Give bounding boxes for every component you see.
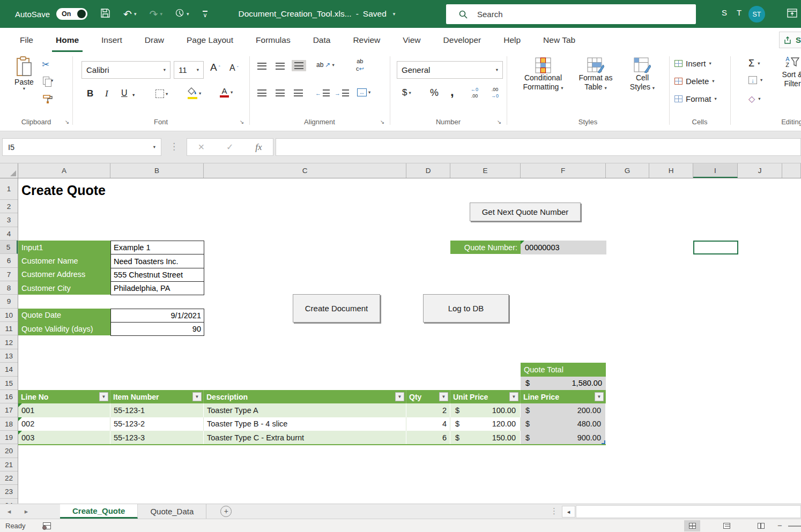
- cell-description[interactable]: Toaster Type C - Extra burnt: [204, 431, 406, 444]
- sheet-title-cell[interactable]: Create Quote: [21, 183, 106, 198]
- sheet-tab-quote-data[interactable]: Quote_Data: [138, 504, 206, 519]
- orientation-button[interactable]: ab↗ ▾: [316, 61, 335, 69]
- quote-number-value-cell[interactable]: 00000003: [521, 241, 606, 254]
- font-dialog-launcher[interactable]: ↘: [238, 118, 246, 126]
- tab-help[interactable]: Help: [492, 28, 532, 52]
- row-header-16[interactable]: 16: [0, 390, 18, 403]
- decrease-decimal-button[interactable]: .00 →0: [491, 87, 499, 99]
- worksheet-grid[interactable]: ABCDEFGHIJ Create Quote Get Next Quote N…: [0, 163, 801, 504]
- increase-decimal-button[interactable]: ←0 .00: [471, 87, 478, 99]
- cell-description[interactable]: Toaster Type B - 4 slice: [204, 417, 406, 431]
- align-left-button[interactable]: [257, 89, 266, 96]
- cell-item_number[interactable]: 55-123-2: [110, 417, 204, 431]
- quote-total-value-cell[interactable]: $ 1,580.00: [521, 377, 606, 390]
- row-header-2[interactable]: 2: [0, 200, 18, 213]
- row-header-3[interactable]: 3: [0, 213, 18, 227]
- cell-item_number[interactable]: 55-123-1: [110, 403, 204, 417]
- accounting-format-button[interactable]: $▾: [402, 87, 411, 98]
- align-right-button[interactable]: [294, 89, 303, 96]
- comma-style-button[interactable]: ,: [450, 84, 454, 99]
- row-header-18[interactable]: 18: [0, 417, 18, 431]
- column-header-a[interactable]: A: [18, 163, 110, 178]
- row-header-12[interactable]: 12: [0, 336, 18, 349]
- get-next-quote-number-button[interactable]: Get Next Quote Number: [470, 203, 581, 221]
- touch-mouse-mode-button[interactable]: ▾: [162, 9, 189, 20]
- chevron-down-icon[interactable]: ▾: [132, 93, 135, 98]
- row-header-11[interactable]: 11: [0, 322, 18, 335]
- bottom-align-button[interactable]: [292, 60, 306, 71]
- row-header-5[interactable]: 5: [0, 241, 18, 254]
- paste-button[interactable]: Paste ▾: [9, 56, 40, 91]
- quote-number-label-cell[interactable]: Quote Number:: [450, 241, 521, 254]
- column-header-d[interactable]: D: [406, 163, 450, 178]
- merge-center-button[interactable]: ↔ ▾: [357, 88, 370, 96]
- tab-data[interactable]: Data: [302, 28, 342, 52]
- ribbon-display-options-icon[interactable]: [787, 8, 797, 20]
- cell-qty[interactable]: 4: [406, 417, 450, 431]
- column-header-b[interactable]: B: [110, 163, 204, 178]
- save-status[interactable]: Saved: [363, 9, 387, 19]
- row-header-14[interactable]: 14: [0, 363, 18, 376]
- column-header-h[interactable]: H: [649, 163, 693, 178]
- create-document-button[interactable]: Create Document: [293, 294, 380, 323]
- normal-view-button[interactable]: [684, 520, 700, 531]
- horizontal-scrollbar[interactable]: [576, 505, 801, 518]
- tab-insert[interactable]: Insert: [90, 28, 134, 52]
- cell-line_price[interactable]: $200.00: [521, 403, 606, 417]
- decrease-indent-button[interactable]: ←: [315, 89, 330, 96]
- avatar[interactable]: ST: [748, 6, 765, 23]
- tab-formulas[interactable]: Formulas: [244, 28, 302, 52]
- row-header-8[interactable]: 8: [0, 281, 18, 295]
- font-size-select[interactable]: 11▾: [174, 61, 204, 79]
- copy-button[interactable]: ▾: [43, 77, 53, 85]
- scrollbar-splitter-handle[interactable]: ⋮: [550, 506, 558, 516]
- increase-indent-button[interactable]: →: [335, 89, 349, 96]
- row-header-23[interactable]: 23: [0, 485, 18, 498]
- bold-button[interactable]: B: [87, 88, 93, 99]
- underline-button[interactable]: U: [121, 88, 128, 98]
- filter-button-unit-price[interactable]: ▾: [509, 392, 518, 401]
- cell-unit_price[interactable]: $150.00: [450, 431, 521, 444]
- top-align-button[interactable]: [257, 63, 266, 70]
- row-header-15[interactable]: 15: [0, 377, 18, 390]
- filter-button-line-price[interactable]: ▾: [595, 392, 604, 401]
- cell-value-quote-validity-days[interactable]: 90: [110, 322, 204, 336]
- row-header-6[interactable]: 6: [0, 254, 18, 267]
- cell-line_price[interactable]: $900.00: [521, 431, 606, 444]
- conditional-formatting-button[interactable]: ConditionalFormatting ▾: [516, 57, 570, 92]
- page-layout-view-button[interactable]: [718, 520, 735, 531]
- number-dialog-launcher[interactable]: ↘: [495, 118, 503, 126]
- prev-sheet-arrow-icon[interactable]: ◂: [0, 504, 18, 519]
- shrink-font-button[interactable]: Aˇ: [229, 63, 239, 73]
- column-header-i[interactable]: I: [693, 163, 738, 178]
- tab-file[interactable]: File: [9, 28, 44, 52]
- save-icon[interactable]: [100, 8, 110, 20]
- format-as-table-button[interactable]: Format asTable ▾: [573, 57, 619, 92]
- customize-quick-access-icon[interactable]: ∨: [203, 11, 207, 18]
- next-sheet-arrow-icon[interactable]: ▸: [18, 504, 34, 519]
- zoom-slider[interactable]: [788, 526, 801, 527]
- filter-button-item-number[interactable]: ▾: [192, 392, 202, 401]
- cell-line_no[interactable]: 002: [18, 417, 110, 431]
- font-family-select[interactable]: Calibri▾: [81, 61, 170, 79]
- enter-check-icon[interactable]: ✓: [226, 142, 233, 152]
- middle-align-button[interactable]: [276, 63, 285, 70]
- formula-input[interactable]: [276, 138, 801, 156]
- cell-line_no[interactable]: 003: [18, 431, 110, 444]
- row-header-4[interactable]: 4: [0, 227, 18, 241]
- select-all-corner[interactable]: [0, 163, 18, 178]
- autosave-toggle[interactable]: On: [56, 8, 87, 20]
- row-header-9[interactable]: 9: [0, 295, 18, 308]
- search-input[interactable]: Search: [446, 4, 696, 24]
- clear-button[interactable]: ◇ ▾: [748, 94, 761, 104]
- table-resize-handle[interactable]: [602, 440, 605, 444]
- log-to-db-button[interactable]: Log to DB: [423, 294, 509, 323]
- add-sheet-button[interactable]: +: [220, 506, 232, 517]
- row-header-7[interactable]: 7: [0, 268, 18, 281]
- row-header-21[interactable]: 21: [0, 458, 18, 471]
- cell-value-customer-city[interactable]: Philadelphia, PA: [110, 281, 204, 295]
- tab-developer[interactable]: Developer: [432, 28, 493, 52]
- alignment-dialog-launcher[interactable]: ↘: [379, 118, 386, 126]
- cancel-icon[interactable]: ×: [198, 141, 204, 153]
- column-header-g[interactable]: G: [606, 163, 649, 178]
